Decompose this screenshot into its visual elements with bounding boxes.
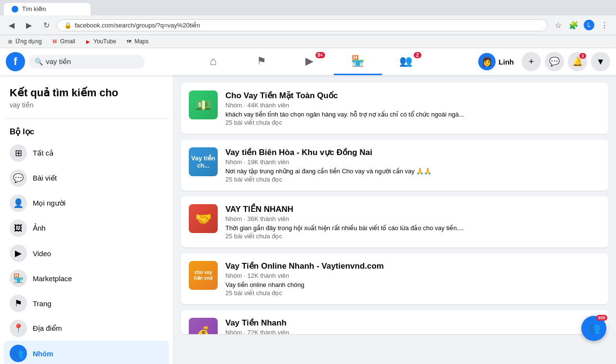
sidebar-item-pages[interactable]: ⚑ Trang <box>4 291 169 316</box>
search-icon: 🔍 <box>35 58 43 65</box>
places-icon: 📍 <box>10 320 27 337</box>
reload-button[interactable]: ↻ <box>39 18 53 32</box>
chat-icon: 👥 <box>588 322 601 335</box>
shop-icon: 🏪 <box>351 55 364 67</box>
tab-title: Tìm kiếm <box>22 6 46 13</box>
result-card-3[interactable]: 🤝 VAY TIỀN NHANH Nhóm · 36K thành viên T… <box>181 196 608 247</box>
maps-icon: 🗺 <box>126 38 132 45</box>
extension-button[interactable]: 🧩 <box>567 18 580 32</box>
sidebar-label-pages: Trang <box>33 299 52 308</box>
all-icon: ⊞ <box>10 144 27 162</box>
chevron-down-icon: ▼ <box>596 57 605 67</box>
sidebar-item-groups[interactable]: 👥 Nhóm <box>4 341 169 364</box>
search-box[interactable]: 🔍 <box>29 55 144 69</box>
chat-bubble[interactable]: 👥 655 <box>581 316 606 341</box>
fb-right-actions: 👩 Linh + 💬 🔔 3 ▼ <box>474 51 610 72</box>
tab-favicon <box>12 6 18 13</box>
gmail-icon: M <box>52 38 58 45</box>
result-card-1[interactable]: 💵 Cho Vay Tiền Mặt Toàn Quốc Nhóm · 44K … <box>181 83 608 134</box>
chat-count: 655 <box>596 315 607 321</box>
sidebar-item-video[interactable]: ▶ Video <box>4 241 169 266</box>
posts-icon: 💬 <box>10 169 27 187</box>
fb-logo[interactable]: f <box>6 52 25 71</box>
messenger-icon: 💬 <box>549 56 560 67</box>
messenger-button[interactable]: 💬 <box>545 52 564 71</box>
back-button[interactable]: ◀ <box>5 18 18 32</box>
user-button[interactable]: 👩 Linh <box>474 51 518 72</box>
video-icon: ▶ <box>305 55 314 67</box>
result-avatar-3: 🤝 <box>189 204 218 233</box>
sidebar-title: Kết quả tìm kiếm cho <box>4 83 169 101</box>
fb-sidebar: Kết quả tìm kiếm cho vay tiền Bộ lọc ⊞ T… <box>0 75 173 364</box>
profile-button[interactable]: L <box>582 18 596 32</box>
result-name-1: Cho Vay Tiền Mặt Toàn Quốc <box>225 91 601 101</box>
marketplace-icon: 🏪 <box>10 270 27 287</box>
filter-title: Bộ lọc <box>4 123 169 141</box>
browser-controls: ◀ ▶ ↻ 🔒 facebook.com/search/groups/?q=va… <box>0 15 616 35</box>
sidebar-label-marketplace: Marketplace <box>33 274 72 283</box>
nav-shop[interactable]: 🏪 <box>334 48 382 75</box>
result-card-4[interactable]: cho vaytiền vnd Vay Tiền Online Nhanh - … <box>181 253 608 304</box>
browser-actions: ☆ 🧩 L ⋮ <box>551 18 611 32</box>
sidebar-item-posts[interactable]: 💬 Bài viết <box>4 166 169 191</box>
bookmark-maps[interactable]: 🗺 Maps <box>124 37 150 46</box>
bookmark-apps[interactable]: ⊞ Ứng dụng <box>5 37 44 46</box>
result-meta-4: Nhóm · 12K thành viên <box>225 272 601 279</box>
sidebar-subtitle: vay tiền <box>4 101 169 115</box>
video-filter-icon: ▶ <box>10 245 27 262</box>
apps-icon: ⊞ <box>7 38 13 45</box>
result-avatar-1: 💵 <box>189 91 218 119</box>
nav-video[interactable]: ▶ 9+ <box>286 48 334 75</box>
result-avatar-4: cho vaytiền vnd <box>189 261 218 290</box>
result-desc-2: Nơi này tập trung những ai đang cần tiền… <box>225 168 601 175</box>
address-text: facebook.com/search/groups/?q=vay%20tiền <box>75 22 540 29</box>
result-avatar-2: Vay tiền ch... <box>189 147 218 176</box>
sidebar-item-places[interactable]: 📍 Địa điểm <box>4 316 169 341</box>
result-info-4: Vay Tiền Online Nhanh - Vaytienvnd.com N… <box>225 261 601 297</box>
bookmark-gmail[interactable]: M Gmail <box>50 37 77 46</box>
bookmark-gmail-label: Gmail <box>60 38 75 45</box>
result-card-2[interactable]: Vay tiền ch... Vay tiền Biên Hòa - Khu v… <box>181 140 608 191</box>
forward-button[interactable]: ▶ <box>22 18 36 32</box>
sidebar-item-photos[interactable]: 🖼 Ảnh <box>4 216 169 241</box>
result-meta-1: Nhóm · 44K thành viên <box>225 102 601 109</box>
result-unread-2: 25 bài viết chưa đọc <box>225 176 601 183</box>
bookmark-youtube-label: YouTube <box>93 38 116 45</box>
result-name-3: VAY TIỀN NHANH <box>225 204 601 214</box>
people-icon: 👤 <box>10 195 27 212</box>
youtube-icon: ▶ <box>85 38 92 45</box>
result-name-5: Vay Tiền Nhanh <box>225 318 601 328</box>
notification-badge: 3 <box>579 53 586 59</box>
browser-chrome: Tìm kiếm ◀ ▶ ↻ 🔒 facebook.com/search/gro… <box>0 0 616 48</box>
nav-flag[interactable]: ⚑ <box>237 48 286 75</box>
nav-friends[interactable]: 👥 2 <box>382 48 430 75</box>
sidebar-divider <box>4 118 169 119</box>
fb-nav: ⌂ ⚑ ▶ 9+ 🏪 👥 2 <box>148 48 471 75</box>
star-button[interactable]: ☆ <box>551 18 565 32</box>
photos-icon: 🖼 <box>10 220 27 237</box>
result-meta-5: Nhóm · 72K thành viên <box>225 329 601 334</box>
sidebar-item-marketplace[interactable]: 🏪 Marketplace <box>4 266 169 291</box>
bookmark-youtube[interactable]: ▶ YouTube <box>83 37 118 46</box>
sidebar-item-people[interactable]: 👤 Mọi người <box>4 191 169 216</box>
fb-main: Kết quả tìm kiếm cho vay tiền Bộ lọc ⊞ T… <box>0 75 616 364</box>
result-info-5: Vay Tiền Nhanh Nhóm · 72K thành viên <box>225 318 601 334</box>
add-button[interactable]: + <box>522 52 541 71</box>
notification-button[interactable]: 🔔 3 <box>568 52 587 71</box>
chevron-button[interactable]: ▼ <box>591 52 610 71</box>
sidebar-item-all[interactable]: ⊞ Tất cả <box>4 141 169 166</box>
browser-tab-bar: Tìm kiếm <box>0 0 616 15</box>
result-unread-4: 25 bài viết chưa đọc <box>225 289 601 297</box>
result-desc-1: khách vay tiền tỉnh táo chọn ngân hàng v… <box>225 111 601 118</box>
browser-tab[interactable]: Tìm kiếm <box>4 3 91 15</box>
friends-badge: 2 <box>414 52 421 58</box>
sidebar-label-all: Tất cả <box>33 149 53 157</box>
result-info-3: VAY TIỀN NHANH Nhóm · 36K thành viên Thờ… <box>225 204 601 240</box>
friends-icon: 👥 <box>399 55 412 67</box>
search-input[interactable] <box>46 58 132 66</box>
nav-home[interactable]: ⌂ <box>189 48 237 75</box>
address-bar[interactable]: 🔒 facebook.com/search/groups/?q=vay%20ti… <box>57 19 548 31</box>
menu-button[interactable]: ⋮ <box>598 18 611 32</box>
result-card-5[interactable]: 💰 Vay Tiền Nhanh Nhóm · 72K thành viên <box>181 310 608 334</box>
result-desc-3: Thời gian gần đây trong hội xuất hiện rấ… <box>225 224 601 232</box>
